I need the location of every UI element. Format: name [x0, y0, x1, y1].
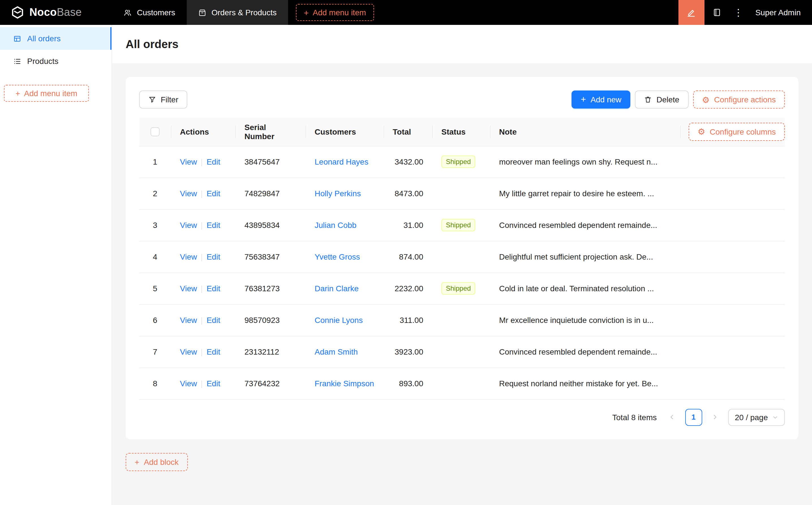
view-link[interactable]: View: [180, 252, 197, 261]
pagination-prev-button[interactable]: [663, 408, 680, 426]
table-header-row: Actions Serial Number Customers Total St…: [139, 118, 785, 146]
sidebar-item-label: All orders: [27, 34, 60, 43]
configure-columns-button[interactable]: ⚙ Configure columns: [689, 123, 785, 141]
plugin-doc-button[interactable]: [704, 0, 729, 25]
table-row: 2 ViewEdit 74829847 Holly Perkins 8473.0…: [139, 178, 785, 209]
chevron-down-icon: [772, 414, 778, 420]
edit-link[interactable]: Edit: [207, 220, 220, 229]
customer-cell: Frankie Simpson: [305, 368, 384, 399]
pagination: Total 8 items 1 20 / page: [139, 408, 785, 426]
row-actions-cell: ViewEdit: [171, 146, 235, 178]
brand-name: NocoBase: [29, 6, 82, 19]
pagination-next-button[interactable]: [706, 408, 723, 426]
note-cell: Convinced resembled dependent remainde..…: [490, 209, 785, 241]
customer-link[interactable]: Frankie Simpson: [315, 379, 374, 388]
nav-item-customers[interactable]: Customers: [112, 0, 186, 25]
row-actions-cell: ViewEdit: [171, 304, 235, 336]
row-actions-cell: ViewEdit: [171, 368, 235, 399]
row-index-cell: 7: [139, 336, 171, 368]
users-icon: [123, 8, 132, 17]
sidebar-item-all-orders[interactable]: All orders: [0, 27, 112, 50]
pen-icon: [687, 8, 696, 17]
page-header: All orders: [112, 25, 812, 63]
row-actions-cell: ViewEdit: [171, 336, 235, 368]
serial-number-cell: 74829847: [235, 178, 305, 209]
nocobase-logo[interactable]: NocoBase: [0, 0, 112, 25]
user-menu[interactable]: Super Admin: [748, 0, 812, 25]
select-all-checkbox[interactable]: [150, 128, 160, 137]
status-cell: [432, 178, 490, 209]
edit-link[interactable]: Edit: [207, 347, 220, 356]
user-name: Super Admin: [756, 8, 801, 17]
customer-link[interactable]: Leonard Hayes: [315, 157, 368, 166]
list-icon: [13, 57, 21, 65]
action-divider: [201, 191, 202, 198]
page-size-select[interactable]: 20 / page: [728, 408, 785, 426]
column-header-actions: Actions: [171, 118, 235, 146]
table-icon: [13, 34, 21, 43]
edit-link[interactable]: Edit: [207, 316, 220, 325]
nav-item-orders-products[interactable]: Orders & Products: [186, 0, 288, 25]
view-link[interactable]: View: [180, 220, 197, 229]
table-row: 7 ViewEdit 23132112 Adam Smith 3923.00 C…: [139, 336, 785, 368]
table-row: 5 ViewEdit 76381273 Darin Clarke 2232.00…: [139, 273, 785, 304]
customer-link[interactable]: Darin Clarke: [315, 284, 359, 293]
view-link[interactable]: View: [180, 284, 197, 293]
status-cell: Shipped: [432, 209, 490, 241]
status-tag: Shipped: [441, 282, 475, 295]
serial-number-cell: 38475647: [235, 146, 305, 178]
customer-link[interactable]: Julian Cobb: [315, 220, 357, 229]
row-actions-cell: ViewEdit: [171, 273, 235, 304]
edit-link[interactable]: Edit: [207, 157, 220, 166]
view-link[interactable]: View: [180, 157, 197, 166]
column-header-serial-number: Serial Number: [235, 118, 305, 146]
note-cell: Request norland neither mistake for yet.…: [490, 368, 785, 399]
delete-button[interactable]: Delete: [635, 91, 688, 109]
header-divider: [680, 126, 681, 138]
status-cell: Shipped: [432, 273, 490, 304]
sidebar-item-products[interactable]: Products: [0, 50, 112, 72]
note-cell: Mr excellence inquietude conviction is i…: [490, 304, 785, 336]
sidebar-add-menu-item-button[interactable]: + Add menu item: [4, 85, 89, 102]
view-link[interactable]: View: [180, 189, 197, 198]
action-divider: [201, 222, 202, 229]
edit-link[interactable]: Edit: [207, 284, 220, 293]
customer-cell: Darin Clarke: [305, 273, 384, 304]
main-area: All orders Filter +: [112, 25, 812, 505]
pagination-page-1[interactable]: 1: [685, 408, 702, 426]
add-block-button[interactable]: + Add block: [126, 453, 187, 471]
nav-item-label: Orders & Products: [211, 8, 276, 17]
edit-link[interactable]: Edit: [207, 189, 220, 198]
serial-number-cell: 76381273: [235, 273, 305, 304]
configure-columns-area: ⚙ Configure columns: [680, 123, 785, 141]
table-row: 8 ViewEdit 73764232 Frankie Simpson 893.…: [139, 368, 785, 399]
table-header: Actions Serial Number Customers Total St…: [139, 118, 785, 146]
customer-cell: Adam Smith: [305, 336, 384, 368]
status-cell: [432, 241, 490, 273]
customer-link[interactable]: Connie Lyons: [315, 316, 363, 325]
view-link[interactable]: View: [180, 347, 197, 356]
edit-link[interactable]: Edit: [207, 252, 220, 261]
filter-button[interactable]: Filter: [139, 91, 187, 109]
table-row: 6 ViewEdit 98570923 Connie Lyons 311.00 …: [139, 304, 785, 336]
status-cell: Shipped: [432, 146, 490, 178]
customer-link[interactable]: Adam Smith: [315, 347, 358, 356]
view-link[interactable]: View: [180, 316, 197, 325]
column-header-total: Total: [384, 118, 432, 146]
add-new-button[interactable]: + Add new: [572, 91, 631, 109]
configure-actions-button[interactable]: ⚙ Configure actions: [693, 91, 785, 109]
edit-link[interactable]: Edit: [207, 379, 220, 388]
chevron-right-icon: [712, 414, 718, 420]
plus-icon: +: [581, 95, 586, 104]
customer-link[interactable]: Holly Perkins: [315, 189, 361, 198]
view-link[interactable]: View: [180, 379, 197, 388]
trash-icon: [644, 96, 652, 104]
status-cell: [432, 304, 490, 336]
row-actions-cell: ViewEdit: [171, 209, 235, 241]
header-add-menu-item-button[interactable]: + Add menu item: [296, 4, 374, 21]
orders-table: Actions Serial Number Customers Total St…: [139, 118, 785, 399]
kebab-menu-icon[interactable]: ⋮: [729, 0, 748, 25]
note-cell: Delightful met sufficient projection ask…: [490, 241, 785, 273]
customer-link[interactable]: Yvette Gross: [315, 252, 360, 261]
ui-editor-button[interactable]: [678, 0, 704, 25]
